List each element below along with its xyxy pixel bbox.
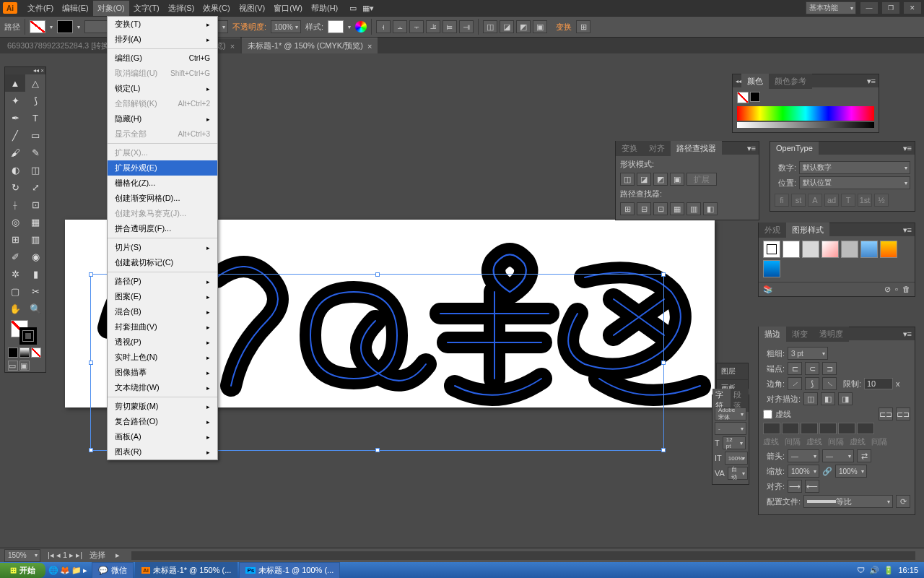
panel-menu-icon[interactable]: ▾≡: [900, 144, 915, 153]
position-select[interactable]: 默认位置: [799, 176, 910, 189]
lasso-tool[interactable]: ⟆: [25, 92, 45, 109]
tray-icon[interactable]: 🔊: [869, 566, 879, 575]
fill-indicator[interactable]: [737, 92, 749, 103]
collapse-icon[interactable]: ◂◂ ×: [33, 67, 44, 74]
expand-button[interactable]: 扩展: [687, 173, 717, 186]
swap-arrows[interactable]: ⇄: [857, 449, 871, 462]
gap-input[interactable]: [782, 423, 799, 434]
type-tool[interactable]: T: [25, 109, 45, 126]
eraser-tool[interactable]: ◫: [25, 161, 45, 178]
paintbrush-tool[interactable]: 🖌: [5, 144, 25, 161]
zoom-select[interactable]: 150%: [4, 549, 40, 562]
arrow-align-tip[interactable]: ⟶: [788, 480, 802, 493]
arrow-start[interactable]: —: [788, 449, 819, 462]
graphic-style-swatch[interactable]: [328, 20, 344, 33]
menu-item[interactable]: 栅格化(Z)...: [108, 176, 217, 191]
pathfinder-buttons[interactable]: ◫◪◩▣: [483, 20, 547, 33]
align-tab[interactable]: 对齐: [643, 141, 671, 156]
tray-icon[interactable]: 🔋: [884, 566, 894, 575]
artboard-tool[interactable]: ▢: [5, 282, 25, 300]
width-tool[interactable]: ⟊: [5, 196, 25, 213]
menu-item[interactable]: 创建渐变网格(D)...: [108, 191, 217, 206]
menu-item[interactable]: 实时上色(N): [108, 350, 217, 365]
taskbar-item[interactable]: 💬微信: [92, 562, 134, 579]
menu-item[interactable]: 封套扭曲(V): [108, 319, 217, 335]
figure-select[interactable]: 默认数字: [799, 161, 910, 174]
layers-tab-collapsed[interactable]: 图层: [717, 363, 748, 380]
isolate-icon[interactable]: ⊞: [576, 20, 590, 33]
screen-mode-normal[interactable]: ▭: [8, 361, 18, 371]
minus-back-button[interactable]: ◧: [703, 202, 718, 215]
color-guide-tab[interactable]: 颜色参考: [769, 74, 812, 89]
minimize-button[interactable]: —: [860, 2, 878, 14]
stroke-tab[interactable]: 描边: [759, 327, 786, 342]
menu-item[interactable]: 隐藏(H): [108, 111, 217, 126]
menu-item[interactable]: 文本绕排(W): [108, 380, 217, 395]
menu-help[interactable]: 帮助(H): [307, 1, 342, 16]
quicklaunch-icon[interactable]: 🦊: [60, 566, 70, 575]
align-inside[interactable]: ◧: [821, 392, 835, 405]
quicklaunch-icon[interactable]: 📁: [71, 566, 82, 575]
align-outside[interactable]: ◨: [838, 392, 853, 405]
dash-checkbox[interactable]: [763, 410, 772, 419]
menu-item[interactable]: 切片(S): [108, 240, 217, 255]
limit-input[interactable]: [864, 378, 893, 389]
menu-item[interactable]: 复合路径(O): [108, 414, 217, 429]
graphic-styles-tab[interactable]: 图形样式: [786, 223, 829, 238]
menu-item[interactable]: 路径(P): [108, 274, 217, 289]
color-tab[interactable]: 颜色: [741, 74, 769, 89]
merge-button[interactable]: ⊡: [653, 202, 668, 215]
color-mode-gradient[interactable]: [19, 348, 30, 358]
menu-item[interactable]: 变换(T): [108, 17, 217, 32]
menu-item[interactable]: 排列(A): [108, 32, 217, 47]
menu-file[interactable]: 文件(F): [23, 1, 58, 16]
arrow-end[interactable]: —: [822, 449, 854, 462]
menu-item[interactable]: 编组(G)Ctrl+G: [108, 51, 217, 66]
gradient-tool[interactable]: ▥: [25, 230, 45, 248]
break-link-icon[interactable]: ⊘: [884, 285, 891, 294]
zoom-tool[interactable]: 🔍: [25, 300, 45, 317]
shape-builder-tool[interactable]: ◎: [5, 213, 25, 230]
dash-input[interactable]: [801, 423, 818, 434]
arrow-scale-end[interactable]: 100%: [835, 465, 867, 478]
menu-item[interactable]: 图像描摹: [108, 365, 217, 380]
flip-profile[interactable]: ⟳: [896, 495, 910, 508]
taskbar-item[interactable]: Ps未标题-1 @ 100% (...: [239, 562, 340, 579]
crop-button[interactable]: ▦: [670, 202, 684, 215]
arrow-align-end[interactable]: ⟵: [805, 480, 819, 493]
magic-wand-tool[interactable]: ✦: [5, 92, 25, 109]
align-center[interactable]: ◫: [803, 392, 818, 405]
arrange-icon[interactable]: ▦▾: [362, 4, 374, 13]
grayscale-ramp[interactable]: [737, 122, 874, 128]
stroke-swatch[interactable]: [57, 20, 73, 33]
menu-type[interactable]: 文字(T): [129, 1, 164, 16]
arrow-scale-start[interactable]: 100%: [788, 465, 819, 478]
menu-item[interactable]: 剪切蒙版(M): [108, 399, 217, 414]
slice-tool[interactable]: ✂: [25, 282, 45, 300]
gap-input[interactable]: [857, 423, 874, 434]
delete-icon[interactable]: 🗑: [902, 285, 910, 294]
menu-item[interactable]: 锁定(L): [108, 81, 217, 96]
quicklaunch-icon[interactable]: 🌐: [48, 566, 58, 575]
color-mode-solid[interactable]: [8, 348, 18, 358]
screen-mode-full[interactable]: ▣: [19, 361, 30, 371]
menu-item[interactable]: 创建裁切标记(C): [108, 255, 217, 270]
quicklaunch-icon[interactable]: ▸: [83, 566, 87, 575]
free-transform-tool[interactable]: ⊡: [25, 196, 45, 213]
pencil-tool[interactable]: ✎: [25, 144, 45, 161]
taskbar-item[interactable]: Ai未标题-1* @ 150% (...: [135, 562, 237, 579]
close-button[interactable]: ✕: [904, 2, 921, 14]
panel-menu-icon[interactable]: ▾≡: [900, 329, 915, 339]
font-style[interactable]: -: [715, 422, 746, 435]
menu-effect[interactable]: 效果(C): [199, 1, 234, 16]
doc-layout-icon[interactable]: ▭: [349, 4, 357, 13]
dash-align[interactable]: ⊏⊐: [896, 407, 910, 420]
menu-object[interactable]: 对象(O): [93, 1, 129, 16]
dash-input[interactable]: [838, 423, 855, 434]
menu-item[interactable]: 拼合透明度(F)...: [108, 221, 217, 236]
color-spectrum[interactable]: [737, 106, 874, 121]
menu-item[interactable]: 混合(B): [108, 304, 217, 319]
perspective-tool[interactable]: ▦: [25, 213, 45, 230]
graph-tool[interactable]: ▮: [25, 265, 45, 282]
tracking[interactable]: 自动: [728, 467, 748, 480]
